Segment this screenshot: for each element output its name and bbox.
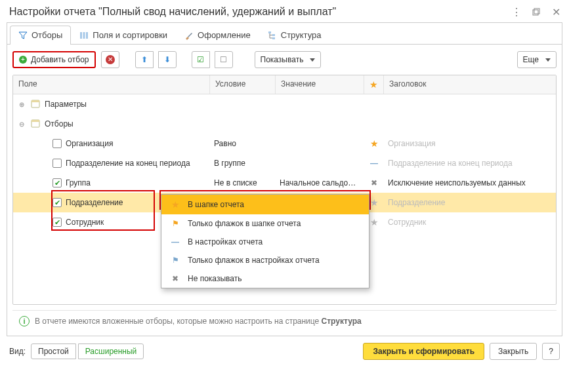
dropdown-item-label: Только флажок в шапке отчета: [188, 219, 301, 228]
svg-rect-1: [534, 9, 539, 14]
kebab-icon[interactable]: ⋮: [510, 5, 523, 18]
tab-filters[interactable]: Отборы: [10, 26, 71, 45]
dropdown-item[interactable]: — В настройках отчета: [161, 233, 369, 251]
window-title: Настройки отчета "Полный свод начислений…: [9, 6, 503, 18]
tab-structure[interactable]: Структура: [259, 26, 330, 45]
row-label: Подразделение: [66, 198, 123, 207]
delete-button[interactable]: ✕: [101, 51, 119, 68]
view-label: Вид:: [9, 347, 26, 356]
dropdown-item[interactable]: ⚑ Только флажок в шапке отчета: [161, 214, 369, 233]
collapse-icon[interactable]: ⊖: [17, 119, 26, 128]
add-filter-label: Добавить отбор: [31, 55, 89, 64]
plus-icon: +: [19, 56, 27, 64]
tree-label: Отборы: [45, 119, 74, 128]
tree-icon: [268, 31, 277, 40]
svg-rect-7: [272, 37, 275, 39]
uncheck-all-button[interactable]: ☐: [215, 51, 233, 68]
tab-label: Отборы: [32, 30, 62, 40]
delete-icon: ✕: [106, 55, 115, 64]
row-star[interactable]: ★: [364, 136, 384, 151]
dropdown-item-label: В настройках отчета: [188, 237, 263, 246]
show-dropdown: ★ В шапке отчета ⚑ Только флажок в шапке…: [161, 194, 369, 288]
row-label: Организация: [66, 139, 113, 148]
th-star: ★: [364, 75, 384, 94]
row-label: Группа: [66, 178, 91, 187]
tab-label: Структура: [281, 30, 322, 40]
expand-icon[interactable]: ⊕: [17, 100, 26, 109]
window-restore-icon[interactable]: [530, 5, 543, 18]
tab-appearance[interactable]: Оформление: [176, 26, 259, 45]
check-all-button[interactable]: ☑: [192, 51, 210, 68]
svg-rect-11: [32, 120, 39, 122]
row-header: Подразделение: [384, 195, 556, 210]
title-bar: Настройки отчета "Полный свод начислений…: [0, 0, 569, 22]
table-header: Поле Условие Значение ★ Заголовок: [13, 75, 556, 94]
columns-icon: [79, 31, 89, 40]
svg-rect-0: [533, 10, 538, 15]
svg-rect-5: [268, 31, 271, 33]
row-x[interactable]: ✖: [364, 176, 384, 190]
close-button[interactable]: Закрыть: [490, 343, 537, 360]
svg-rect-6: [272, 34, 275, 36]
checkbox[interactable]: [53, 139, 62, 148]
row-header: Подразделение на конец периода: [384, 156, 556, 170]
row-value[interactable]: Начальное сальдо…: [276, 176, 364, 190]
table-row[interactable]: Подразделение на конец периода В группе …: [13, 153, 556, 173]
row-condition[interactable]: В группе: [210, 156, 276, 170]
show-button[interactable]: Показывать: [255, 51, 322, 68]
footer: Вид: Простой Расширенный Закрыть и сформ…: [0, 336, 569, 366]
mode-extended-button[interactable]: Расширенный: [78, 343, 144, 359]
checkbox[interactable]: ✔: [53, 218, 62, 227]
dash-icon: —: [171, 237, 180, 246]
info-icon: i: [19, 316, 30, 326]
chevron-down-icon: [310, 58, 315, 62]
close-icon[interactable]: ✕: [549, 5, 562, 18]
row-condition[interactable]: Не в списке: [210, 176, 276, 190]
dropdown-item[interactable]: ✖ Не показывать: [161, 269, 369, 288]
tree-node-filters[interactable]: ⊖ Отборы: [13, 114, 556, 134]
dropdown-item-label: Не показывать: [188, 274, 242, 283]
tree-node-params[interactable]: ⊕ Параметры: [13, 94, 556, 114]
checkbox[interactable]: [53, 159, 62, 168]
tabs: Отборы Поля и сортировки Оформление Стру…: [7, 26, 562, 45]
table-row[interactable]: ✔ Группа Не в списке Начальное сальдо… ✖…: [13, 173, 556, 193]
dropdown-item[interactable]: ★ В шапке отчета: [161, 195, 369, 214]
add-filter-button[interactable]: + Добавить отбор: [12, 51, 96, 68]
row-header: Организация: [384, 136, 556, 151]
th-condition: Условие: [210, 75, 276, 94]
arrow-down-icon: ⬇: [164, 55, 171, 64]
chevron-down-icon: [545, 58, 551, 62]
flag-dash-icon: ⚑: [171, 256, 180, 265]
uncheck-all-icon: ☐: [220, 55, 227, 64]
dialog-body: Отборы Поля и сортировки Оформление Стру…: [7, 22, 562, 336]
row-header: Исключение неиспользуемых данных: [384, 176, 556, 190]
x-icon: ✖: [171, 274, 180, 283]
checkbox[interactable]: ✔: [53, 198, 62, 207]
view-mode-toggle: Простой Расширенный: [31, 343, 144, 359]
dropdown-item[interactable]: ⚑ Только флажок в настройках отчета: [161, 251, 369, 269]
svg-rect-3: [83, 32, 85, 39]
filter-icon: [18, 31, 28, 40]
row-condition[interactable]: Равно: [210, 136, 276, 151]
dropdown-item-label: В шапке отчета: [188, 200, 244, 209]
close-and-generate-button[interactable]: Закрыть и сформировать: [363, 343, 484, 360]
svg-rect-2: [80, 32, 82, 39]
svg-rect-4: [86, 32, 88, 39]
mode-simple-button[interactable]: Простой: [31, 343, 76, 359]
row-value[interactable]: [276, 141, 364, 146]
show-label: Показывать: [261, 55, 304, 64]
info-link[interactable]: Структура: [322, 317, 362, 326]
arrow-up-icon: ⬆: [141, 55, 148, 64]
help-button[interactable]: ?: [542, 343, 560, 360]
check-all-icon: ☑: [197, 55, 204, 64]
table-row[interactable]: Организация Равно ★ Организация: [13, 134, 556, 153]
tab-fields-sort[interactable]: Поля и сортировки: [71, 26, 176, 45]
th-value: Значение: [276, 75, 364, 94]
row-dash[interactable]: —: [364, 156, 384, 170]
move-up-button[interactable]: ⬆: [135, 51, 154, 68]
move-down-button[interactable]: ⬇: [158, 51, 177, 68]
more-button[interactable]: Еще: [517, 51, 557, 68]
row-value[interactable]: [276, 161, 364, 166]
calendar-icon: [30, 118, 41, 130]
checkbox[interactable]: ✔: [53, 178, 62, 187]
